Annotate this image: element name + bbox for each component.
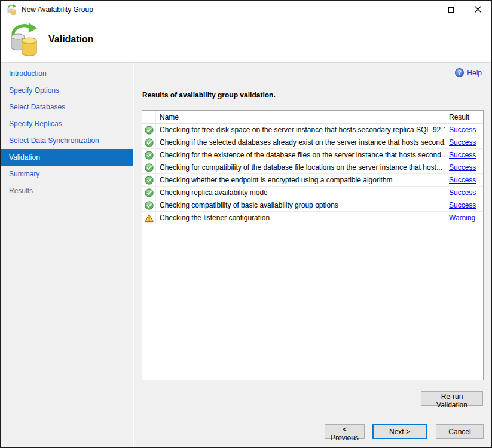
minimize-button[interactable] bbox=[411, 1, 438, 19]
close-icon bbox=[475, 5, 481, 14]
sidebar-item-label: Validation bbox=[9, 153, 40, 161]
check-name: Checking compatibility of basic availabi… bbox=[160, 201, 338, 209]
check-name: Checking for the existence of the databa… bbox=[160, 151, 445, 159]
table-row[interactable]: Checking for the existence of the databa… bbox=[142, 149, 483, 161]
check-name: Checking replica availability mode bbox=[160, 188, 268, 197]
result-link[interactable]: Success bbox=[449, 151, 476, 159]
availability-group-icon bbox=[7, 4, 17, 16]
check-name-cell: Checking if the selected databases alrea… bbox=[156, 136, 445, 148]
success-icon bbox=[142, 161, 156, 173]
table-header: Name Result bbox=[142, 111, 483, 124]
sidebar-item-summary[interactable]: Summary bbox=[1, 166, 133, 182]
check-name: Checking for compatibility of the databa… bbox=[160, 163, 442, 172]
result-cell: Success bbox=[445, 174, 483, 186]
table-row[interactable]: Checking replica availability modeSucces… bbox=[142, 187, 483, 199]
sidebar-item-label: Introduction bbox=[9, 69, 47, 78]
result-cell: Success bbox=[445, 124, 483, 136]
success-icon bbox=[142, 149, 156, 161]
result-link[interactable]: Success bbox=[449, 126, 476, 134]
check-name-cell: Checking compatibility of basic availabi… bbox=[156, 199, 445, 211]
table-row[interactable]: Checking if the selected databases alrea… bbox=[142, 136, 483, 149]
name-column-header[interactable]: Name bbox=[156, 111, 445, 123]
sidebar-item-select-data-synchronization[interactable]: Select Data Synchronization bbox=[1, 132, 133, 149]
success-icon bbox=[142, 124, 156, 136]
sidebar-item-introduction[interactable]: Introduction bbox=[1, 65, 133, 82]
result-column-header[interactable]: Result bbox=[445, 111, 483, 123]
window-title: New Availability Group bbox=[22, 5, 93, 14]
result-link[interactable]: Success bbox=[449, 176, 476, 184]
table-row[interactable]: Checking for free disk space on the serv… bbox=[142, 124, 483, 136]
result-cell: Warning bbox=[445, 212, 483, 224]
check-name: Checking for free disk space on the serv… bbox=[160, 126, 445, 134]
sidebar-item-select-databases[interactable]: Select Databases bbox=[1, 99, 133, 115]
help-icon: ? bbox=[455, 68, 464, 77]
success-icon bbox=[142, 136, 156, 148]
title-bar: New Availability Group bbox=[1, 1, 491, 19]
minimize-icon bbox=[421, 10, 427, 10]
results-heading: Results of availability group validation… bbox=[142, 91, 276, 99]
check-name-cell: Checking whether the endpoint is encrypt… bbox=[156, 174, 445, 186]
result-link[interactable]: Warning bbox=[449, 214, 475, 222]
icon-column-header[interactable] bbox=[142, 111, 156, 123]
sidebar-item-label: Summary bbox=[9, 170, 39, 178]
validation-table-body: Checking for free disk space on the serv… bbox=[142, 124, 483, 224]
sidebar-item-specify-options[interactable]: Specify Options bbox=[1, 82, 133, 99]
validation-table: Name Result Checking for free disk space… bbox=[142, 110, 484, 380]
cancel-button[interactable]: Cancel bbox=[436, 424, 484, 439]
table-row[interactable]: Checking for compatibility of the databa… bbox=[142, 161, 483, 174]
success-icon bbox=[142, 199, 156, 211]
success-icon bbox=[142, 174, 156, 186]
table-row[interactable]: Checking compatibility of basic availabi… bbox=[142, 199, 483, 212]
maximize-icon bbox=[448, 7, 454, 13]
previous-button[interactable]: < Previous bbox=[325, 424, 365, 439]
page-title: Validation bbox=[48, 34, 94, 45]
check-name: Checking if the selected databases alrea… bbox=[160, 138, 445, 147]
result-link[interactable]: Success bbox=[449, 201, 476, 209]
help-link[interactable]: ? Help bbox=[455, 68, 482, 77]
result-link[interactable]: Success bbox=[449, 163, 476, 172]
sidebar-item-specify-replicas[interactable]: Specify Replicas bbox=[1, 115, 133, 132]
rerun-validation-button[interactable]: Re-run Validation bbox=[421, 391, 483, 406]
sidebar-item-label: Results bbox=[9, 187, 33, 195]
window-controls bbox=[411, 1, 491, 19]
result-cell: Success bbox=[445, 136, 483, 148]
new-availability-group-wizard: New Availability Group Validation bbox=[0, 0, 492, 448]
footer-divider bbox=[134, 415, 491, 415]
result-cell: Success bbox=[445, 199, 483, 211]
result-cell: Success bbox=[445, 149, 483, 161]
result-link[interactable]: Success bbox=[449, 188, 476, 197]
check-name-cell: Checking for compatibility of the databa… bbox=[156, 161, 445, 173]
sidebar-item-results: Results bbox=[1, 182, 133, 199]
result-cell: Success bbox=[445, 161, 483, 173]
check-name-cell: Checking replica availability mode bbox=[156, 187, 445, 199]
close-button[interactable] bbox=[465, 1, 491, 19]
sidebar: IntroductionSpecify OptionsSelect Databa… bbox=[1, 63, 133, 447]
maximize-button[interactable] bbox=[438, 1, 465, 19]
result-link[interactable]: Success bbox=[449, 138, 476, 147]
success-icon bbox=[142, 187, 156, 199]
table-row[interactable]: Checking the listener configurationWarni… bbox=[142, 212, 483, 224]
sidebar-item-label: Specify Options bbox=[9, 86, 59, 95]
sidebar-item-validation[interactable]: Validation bbox=[1, 149, 133, 166]
result-cell: Success bbox=[445, 187, 483, 199]
main-panel: ? Help Results of availability group val… bbox=[134, 63, 491, 447]
sidebar-item-label: Select Data Synchronization bbox=[9, 136, 99, 145]
availability-group-large-icon bbox=[8, 22, 40, 58]
sidebar-item-label: Select Databases bbox=[9, 103, 65, 111]
warning-icon bbox=[142, 212, 156, 224]
check-name: Checking the listener configuration bbox=[160, 214, 270, 222]
next-button[interactable]: Next > bbox=[372, 424, 427, 439]
check-name: Checking whether the endpoint is encrypt… bbox=[160, 176, 393, 184]
wizard-header: Validation bbox=[1, 19, 491, 63]
check-name-cell: Checking for free disk space on the serv… bbox=[156, 124, 445, 136]
help-label: Help bbox=[467, 69, 482, 77]
table-row[interactable]: Checking whether the endpoint is encrypt… bbox=[142, 174, 483, 187]
sidebar-item-label: Specify Replicas bbox=[9, 120, 62, 128]
check-name-cell: Checking the listener configuration bbox=[156, 212, 445, 224]
check-name-cell: Checking for the existence of the databa… bbox=[156, 149, 445, 161]
